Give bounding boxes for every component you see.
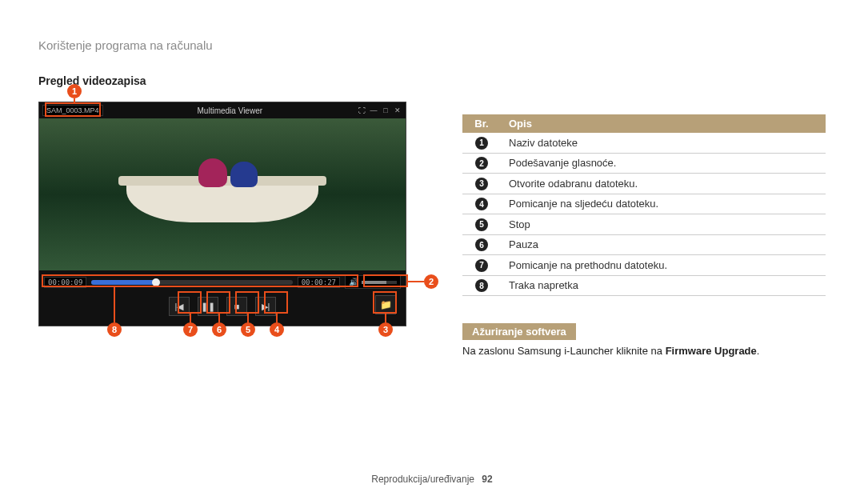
callout-3: 3 [378, 322, 393, 337]
row-desc: Pomicanje na sljedeću datoteku. [501, 194, 826, 214]
footer-section: Reprodukcija/uređivanje [371, 474, 474, 485]
section-title-video: Pregled videozapisa [38, 74, 414, 87]
close-icon[interactable]: ✕ [393, 106, 402, 115]
th-desc: Opis [501, 114, 826, 133]
update-text-bold: Firmware Upgrade [666, 345, 757, 357]
update-text-prefix: Na zaslonu Samsung i-Launcher kliknite n… [462, 345, 666, 357]
volume-control[interactable]: 🔊 [345, 275, 401, 289]
row-badge: 3 [475, 178, 488, 190]
video-player-window: SAM_0003.MP4 Multimedia Viewer ⛶ — □ ✕ [38, 102, 406, 326]
row-badge: 1 [475, 137, 488, 150]
row-desc: Stop [501, 214, 826, 235]
maximize-icon[interactable]: □ [381, 106, 390, 115]
next-button[interactable]: ▶| [255, 297, 276, 316]
row-desc: Pauza [501, 234, 826, 255]
prev-button[interactable]: |◀ [169, 297, 190, 316]
player-titlebar: SAM_0003.MP4 Multimedia Viewer ⛶ — □ ✕ [39, 102, 406, 118]
progress-bar[interactable] [91, 280, 292, 285]
update-text: Na zaslonu Samsung i-Launcher kliknite n… [462, 345, 826, 357]
video-content-boat [126, 182, 318, 222]
volume-slider[interactable] [362, 281, 397, 284]
callout-7: 7 [183, 322, 198, 337]
player-app-title: Multimedia Viewer [103, 106, 357, 115]
callout-6: 6 [212, 322, 226, 337]
minimize-icon[interactable]: — [369, 106, 378, 115]
row-badge: 2 [475, 157, 488, 170]
row-badge: 8 [475, 279, 488, 292]
row-badge: 5 [475, 218, 488, 231]
table-row: 7Pomicanje na prethodnu datoteku. [462, 255, 826, 276]
table-row: 4Pomicanje na sljedeću datoteku. [462, 194, 826, 214]
table-row: 3Otvorite odabranu datoteku. [462, 174, 826, 194]
description-table: Br. Opis 1Naziv datoteke 2Podešavanje gl… [462, 114, 826, 296]
footer-page-number: 92 [482, 474, 492, 485]
row-desc: Naziv datoteke [501, 133, 826, 153]
row-desc: Podešavanje glasnoće. [501, 153, 826, 174]
callout-5: 5 [241, 322, 255, 337]
row-badge: 4 [475, 198, 488, 210]
callout-2: 2 [424, 274, 438, 289]
table-row: 8Traka napretka [462, 275, 826, 296]
time-total: 00:00:27 [298, 277, 340, 288]
callout-4: 4 [270, 322, 284, 337]
callout-8: 8 [107, 322, 122, 337]
volume-icon: 🔊 [349, 278, 358, 286]
player-filename: SAM_0003.MP4 [42, 105, 103, 116]
th-number: Br. [462, 114, 501, 133]
pause-button[interactable]: ❚❚ [198, 297, 218, 316]
update-text-suffix: . [757, 345, 760, 357]
table-row: 2Podešavanje glasnoće. [462, 153, 826, 174]
row-desc: Pomicanje na prethodnu datoteku. [501, 255, 826, 276]
table-row: 6Pauza [462, 234, 826, 255]
open-folder-button[interactable]: 📁 [375, 295, 396, 314]
progress-knob-icon[interactable] [152, 278, 160, 286]
table-row: 5Stop [462, 214, 826, 235]
stop-button[interactable]: ■ [226, 297, 247, 316]
time-current: 00:00:09 [44, 277, 86, 288]
row-badge: 7 [475, 259, 488, 272]
row-desc: Otvorite odabranu datoteku. [501, 174, 826, 194]
video-player-figure: SAM_0003.MP4 Multimedia Viewer ⛶ — □ ✕ [38, 102, 414, 326]
row-desc: Traka napretka [501, 275, 826, 296]
breadcrumb: Korištenje programa na računalu [38, 38, 826, 52]
row-badge: 6 [475, 238, 488, 251]
video-frame [39, 118, 406, 270]
callout-1: 1 [67, 84, 82, 98]
table-row: 1Naziv datoteke [462, 133, 826, 153]
update-heading: Ažuriranje softvera [462, 323, 576, 340]
page-footer: Reprodukcija/uređivanje 92 [0, 474, 864, 485]
fullscreen-icon[interactable]: ⛶ [357, 106, 366, 115]
